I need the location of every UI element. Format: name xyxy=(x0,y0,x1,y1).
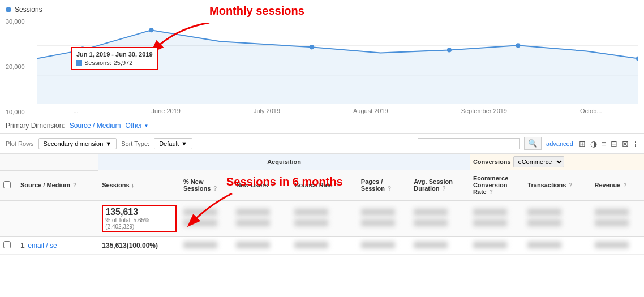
blurred-r1-new-users xyxy=(236,242,270,248)
total-sessions-cell: 135,613 % of Total: 5.65% (2,402,329) xyxy=(98,200,180,236)
search-button[interactable]: 🔍 xyxy=(524,137,542,150)
checkbox-header xyxy=(0,170,17,201)
revenue-label: Revenue xyxy=(595,182,621,188)
ecommerce-conversion-rate-help-icon: ? xyxy=(490,189,493,195)
table-wrapper: Acquisition Conversions eCommerce xyxy=(0,154,644,255)
total-pct: % of Total: 5.65% xyxy=(105,217,173,223)
source-medium-col-header xyxy=(0,154,98,170)
total-source-cell xyxy=(17,200,98,236)
row1-pct-new-cell xyxy=(180,236,233,255)
source-medium-header[interactable]: Source / Medium ? xyxy=(17,170,98,201)
sessions-label: Sessions xyxy=(102,182,129,188)
svg-point-6 xyxy=(310,45,314,49)
bounce-rate-help-icon: ? xyxy=(336,182,339,188)
blurred-total-revenue-2 xyxy=(595,219,629,226)
row1-checkbox-cell xyxy=(0,236,17,255)
toolbar: Plot Rows Secondary dimension ▼ Sort Typ… xyxy=(0,134,644,154)
select-all-checkbox[interactable] xyxy=(3,181,11,188)
svg-point-5 xyxy=(149,28,153,32)
chart-plot: Jun 1, 2019 - Jun 30, 2019 Sessions: 25,… xyxy=(37,16,638,104)
y-label-20k: 20,000 xyxy=(6,63,37,70)
col-group-header-row: Acquisition Conversions eCommerce xyxy=(0,154,644,170)
row1-bounce-cell xyxy=(291,236,357,255)
chart-area: Sessions 30,000 20,000 10,000 xyxy=(0,0,644,118)
other-dropdown[interactable]: Other ▼ xyxy=(125,122,148,130)
conversions-label: Conversions xyxy=(473,158,511,165)
chart-legend: Sessions xyxy=(6,6,638,14)
bounce-rate-header[interactable]: Bounce Rate ? xyxy=(291,170,357,201)
chart-x-labels: ... June 2019 July 2019 August 2019 Sept… xyxy=(37,104,638,118)
row1-source-link[interactable]: email / se xyxy=(28,242,57,249)
x-label-october: Octob... xyxy=(580,107,602,114)
total-pct-new-sessions-cell xyxy=(180,200,233,236)
data-table: Acquisition Conversions eCommerce xyxy=(0,154,644,255)
total-row: 135,613 % of Total: 5.65% (2,402,329) xyxy=(0,200,644,236)
blurred-total-new-users-2 xyxy=(236,219,270,226)
tooltip-color-box xyxy=(76,60,82,66)
x-label-september: September 2019 xyxy=(461,107,507,114)
pivot-view-icon[interactable]: ⊠ xyxy=(621,138,630,149)
y-label-10k: 10,000 xyxy=(6,109,37,115)
advanced-link[interactable]: advanced xyxy=(546,140,573,147)
compare-view-icon[interactable]: ⊟ xyxy=(609,138,619,149)
ecommerce-conversion-rate-header[interactable]: EcommerceConversionRate ? xyxy=(470,170,525,201)
search-input[interactable] xyxy=(418,138,520,149)
chart-y-labels: 30,000 20,000 10,000 xyxy=(6,16,37,118)
svg-point-7 xyxy=(447,48,452,52)
col-header-row: Source / Medium ? Sessions ↓ % NewSessio… xyxy=(0,170,644,201)
pct-new-sessions-header[interactable]: % NewSessions ? xyxy=(180,170,233,201)
legend-label: Sessions xyxy=(15,6,42,14)
row1-sessions-cell: 135,613(100.00%) xyxy=(98,236,180,255)
blurred-r1-revenue xyxy=(595,242,629,248)
blurred-total-ecommerce-2 xyxy=(473,219,507,226)
blurred-total-avg xyxy=(414,209,448,216)
blurred-r1-transactions xyxy=(527,242,561,248)
conversions-dropdown: Conversions eCommerce xyxy=(473,156,641,167)
tooltip-date: Jun 1, 2019 - Jun 30, 2019 xyxy=(76,51,153,58)
ecommerce-select[interactable]: eCommerce xyxy=(513,156,564,167)
row1-avg-cell xyxy=(410,236,470,255)
y-label-30k: 30,000 xyxy=(6,18,37,25)
secondary-dim-label: Secondary dimension xyxy=(44,140,104,147)
blurred-total-avg-2 xyxy=(414,219,448,226)
row1-revenue-cell xyxy=(591,236,645,255)
transactions-header[interactable]: Transactions ? xyxy=(524,170,591,201)
row1-checkbox[interactable] xyxy=(3,241,11,248)
sort-default-dropdown[interactable]: Default ▼ xyxy=(154,138,192,149)
plot-rows-button[interactable]: Plot Rows xyxy=(6,140,34,147)
row1-new-users-cell xyxy=(233,236,291,255)
avg-session-duration-header[interactable]: Avg. SessionDuration ? xyxy=(410,170,470,201)
sessions-header[interactable]: Sessions ↓ xyxy=(98,170,180,201)
row1-num: 1. xyxy=(20,242,26,249)
revenue-header[interactable]: Revenue ? xyxy=(591,170,645,201)
pages-session-header[interactable]: Pages /Session ? xyxy=(358,170,410,201)
avg-session-duration-label: Avg. SessionDuration xyxy=(414,178,453,192)
primary-dim-label: Primary Dimension: xyxy=(6,122,65,130)
table-view-icon[interactable]: ⊞ xyxy=(578,138,587,149)
table-row: 1. email / se 135,613(100.00%) xyxy=(0,236,644,255)
transactions-label: Transactions xyxy=(527,182,566,188)
total-ecommerce-cell xyxy=(470,200,525,236)
tooltip-sessions-value: 25,972 xyxy=(114,59,133,66)
sort-default-label: Default xyxy=(159,140,179,147)
secondary-dimension-dropdown[interactable]: Secondary dimension ▼ xyxy=(38,138,117,149)
x-label-august: August 2019 xyxy=(353,107,388,114)
blurred-r1-ecommerce xyxy=(473,242,507,248)
total-amount: (2,402,329) xyxy=(105,223,173,230)
avg-session-duration-help-icon: ? xyxy=(443,186,446,192)
x-label-june: June 2019 xyxy=(152,107,181,114)
blurred-total-bounce xyxy=(294,209,328,216)
blurred-total-bounce-2 xyxy=(294,219,328,226)
total-checkbox-cell xyxy=(0,200,17,236)
blurred-r1-bounce xyxy=(294,242,328,248)
sparkline-view-icon[interactable]: ⫶ xyxy=(632,138,638,149)
total-transactions-cell xyxy=(524,200,591,236)
bar-view-icon[interactable]: ≡ xyxy=(600,138,607,149)
new-users-header[interactable]: New Users ? xyxy=(233,170,291,201)
total-sessions-value: 135,613 xyxy=(105,207,173,217)
pie-view-icon[interactable]: ◑ xyxy=(589,138,598,149)
new-users-label: New Users xyxy=(236,182,268,188)
blurred-total-pages xyxy=(361,209,395,216)
blurred-r1-pct xyxy=(183,242,217,248)
blurred-total-pct-new-2 xyxy=(183,219,217,226)
